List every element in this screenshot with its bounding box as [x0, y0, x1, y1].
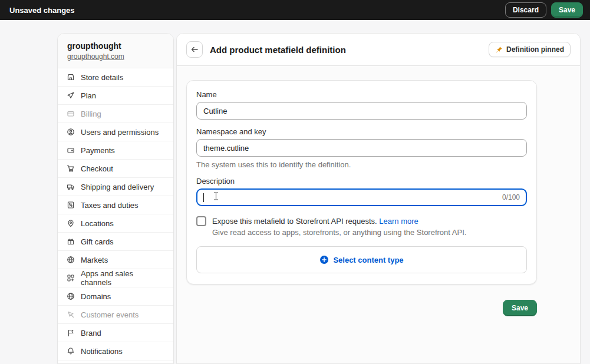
sidebar-item-billing[interactable]: Billing	[58, 105, 173, 123]
expose-storefront-checkbox[interactable]	[196, 216, 206, 226]
pinned-button-label: Definition pinned	[506, 45, 564, 54]
footer-actions: Save	[186, 300, 537, 316]
arrow-left-icon	[190, 45, 199, 54]
sidebar-item-label: Billing	[81, 110, 101, 118]
sidebar-item-customer-events[interactable]: Customer events	[58, 306, 173, 324]
store-icon	[67, 73, 75, 81]
sidebar-item-label: Checkout	[81, 164, 113, 173]
char-counter: 0/100	[502, 193, 520, 201]
name-input[interactable]	[196, 102, 527, 120]
discard-button[interactable]: Discard	[505, 2, 546, 18]
cursor-icon	[67, 310, 75, 319]
topbar-actions: Discard Save	[505, 2, 583, 18]
sidebar-item-locations[interactable]: Locations	[58, 214, 173, 233]
save-button-topbar[interactable]: Save	[551, 2, 583, 18]
learn-more-link[interactable]: Learn more	[379, 217, 418, 226]
definition-pinned-button[interactable]: Definition pinned	[489, 42, 571, 57]
settings-panel: Add product metafield definition Definit…	[176, 33, 581, 364]
back-button[interactable]	[186, 41, 203, 58]
expose-storefront-help: Give read access to apps, storefronts, o…	[212, 228, 466, 237]
name-field: Name	[196, 90, 527, 120]
globe-icon	[67, 256, 75, 264]
truck-icon	[67, 183, 75, 191]
sidebar-item-label: Plan	[81, 91, 96, 100]
sidebar-item-domains[interactable]: Domains	[58, 287, 173, 306]
domain-globe-icon	[67, 292, 75, 300]
bell-icon	[67, 347, 75, 355]
settings-nav: Store details Plan Billing Users and per…	[58, 68, 173, 360]
taxes-icon	[67, 201, 75, 209]
sidebar-item-store-details[interactable]: Store details	[58, 68, 173, 87]
unsaved-changes-label: Unsaved changes	[9, 6, 75, 15]
description-field: Description 0/100	[196, 177, 527, 206]
metafield-form-card: Name Namespace and key The system uses t…	[186, 80, 537, 284]
settings-sidebar: groupthought groupthought.com Store deta…	[57, 33, 174, 364]
sidebar-item-payments[interactable]: Payments	[58, 141, 173, 160]
sidebar-item-apps-and-sales-channels[interactable]: Apps and sales channels	[58, 269, 173, 287]
text-caret	[203, 193, 204, 202]
cart-icon	[67, 164, 75, 173]
sidebar-item-brand[interactable]: Brand	[58, 324, 173, 342]
sidebar-item-label: Users and permissions	[81, 128, 159, 137]
sidebar-item-label: Gift cards	[81, 237, 114, 246]
plus-circle-icon	[319, 255, 329, 264]
sidebar-item-label: Payments	[81, 146, 115, 155]
store-domain-link[interactable]: groupthought.com	[67, 52, 124, 61]
sidebar-item-label: Markets	[81, 256, 108, 264]
sidebar-item-label: Locations	[81, 219, 114, 228]
pin-icon	[495, 46, 503, 54]
page-title: Add product metafield definition	[210, 45, 346, 55]
sidebar-item-label: Apps and sales channels	[81, 269, 164, 287]
payments-icon	[67, 146, 75, 154]
save-button-footer[interactable]: Save	[503, 300, 537, 316]
sidebar-item-label: Brand	[81, 329, 101, 337]
sidebar-item-label: Domains	[81, 292, 111, 301]
namespace-help-text: The system uses this to identify the def…	[196, 160, 527, 169]
panel-body: Name Namespace and key The system uses t…	[177, 66, 580, 363]
plane-icon	[67, 91, 75, 100]
sidebar-item-label: Shipping and delivery	[81, 183, 154, 191]
users-icon	[67, 128, 75, 136]
select-content-type-label: Select content type	[333, 256, 403, 264]
namespace-field: Namespace and key The system uses this t…	[196, 127, 527, 169]
store-name: groupthought	[67, 41, 164, 51]
location-pin-icon	[67, 219, 75, 227]
text-cursor-icon	[213, 192, 219, 203]
store-header: groupthought groupthought.com	[58, 34, 173, 68]
sidebar-item-notifications[interactable]: Notifications	[58, 342, 173, 360]
name-label: Name	[196, 90, 527, 99]
sidebar-item-checkout[interactable]: Checkout	[58, 160, 173, 178]
namespace-label: Namespace and key	[196, 127, 527, 136]
gift-icon	[67, 237, 75, 246]
sidebar-item-gift-cards[interactable]: Gift cards	[58, 233, 173, 251]
apps-grid-icon	[67, 274, 75, 282]
select-content-type-button[interactable]: Select content type	[196, 246, 527, 273]
sidebar-item-label: Store details	[81, 73, 123, 82]
description-label: Description	[196, 177, 527, 186]
billing-card-icon	[67, 110, 75, 118]
namespace-input[interactable]	[196, 139, 527, 157]
sidebar-item-shipping-and-delivery[interactable]: Shipping and delivery	[58, 178, 173, 196]
sidebar-item-plan[interactable]: Plan	[58, 87, 173, 105]
expose-storefront-row: Expose this metafield to Storefront API …	[196, 216, 527, 237]
description-input[interactable]: 0/100	[196, 188, 527, 206]
unsaved-changes-bar: Unsaved changes Discard Save	[0, 0, 590, 20]
sidebar-item-label: Customer events	[81, 310, 139, 319]
sidebar-item-markets[interactable]: Markets	[58, 251, 173, 269]
panel-header: Add product metafield definition Definit…	[177, 34, 580, 66]
sidebar-item-label: Notifications	[81, 347, 123, 356]
sidebar-item-users-and-permissions[interactable]: Users and permissions	[58, 123, 173, 141]
sidebar-item-taxes-and-duties[interactable]: Taxes and duties	[58, 196, 173, 214]
brand-flag-icon	[67, 329, 75, 337]
expose-storefront-label: Expose this metafield to Storefront API …	[212, 217, 418, 226]
sidebar-item-label: Taxes and duties	[81, 201, 139, 210]
